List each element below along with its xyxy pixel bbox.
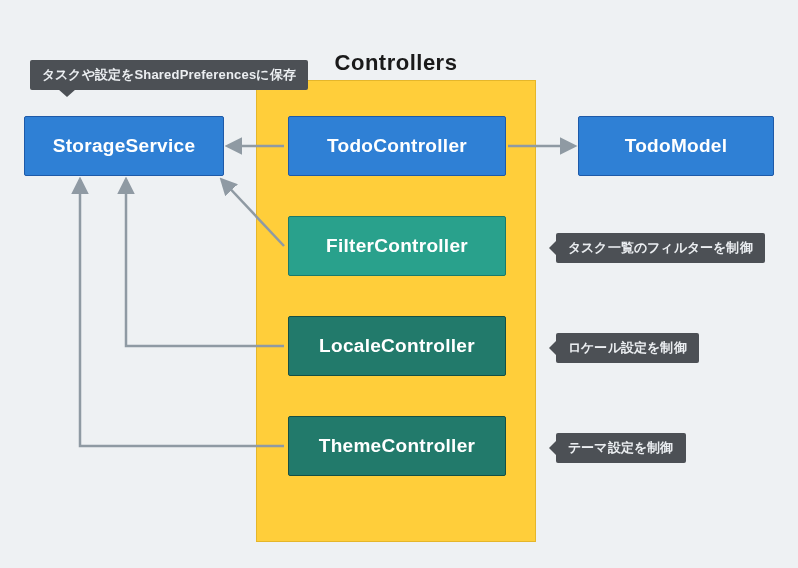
node-todo-model: TodoModel [578,116,774,176]
node-theme-controller: ThemeController [288,416,506,476]
node-storage-service: StorageService [24,116,224,176]
tooltip-theme: テーマ設定を制御 [556,433,686,463]
node-filter-controller: FilterController [288,216,506,276]
tooltip-locale: ロケール設定を制御 [556,333,699,363]
node-todo-controller: TodoController [288,116,506,176]
edge-theme-to-storage [80,180,284,446]
node-locale-controller: LocaleController [288,316,506,376]
diagram-stage: Controllers StorageService TodoControlle… [0,0,798,568]
tooltip-filter: タスク一覧のフィルターを制御 [556,233,765,263]
tooltip-storage: タスクや設定をSharedPreferencesに保存 [30,60,308,90]
